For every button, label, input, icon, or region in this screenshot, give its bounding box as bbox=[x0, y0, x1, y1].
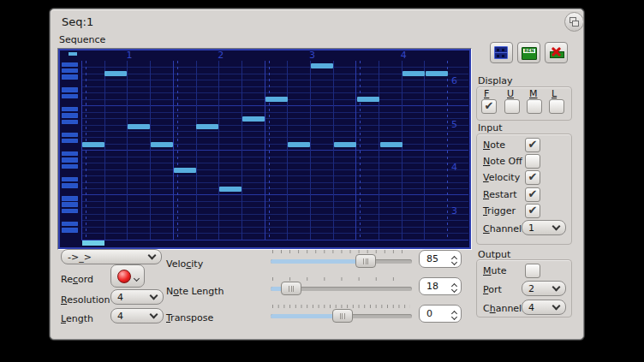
input-note-off-checkbox[interactable] bbox=[525, 154, 540, 169]
piano-key bbox=[62, 177, 78, 182]
duplicate-sequence-button[interactable] bbox=[490, 42, 513, 63]
note-bar[interactable] bbox=[242, 116, 265, 122]
piano-key bbox=[62, 164, 78, 169]
slider-handle[interactable] bbox=[355, 254, 376, 268]
note-bar[interactable] bbox=[174, 168, 196, 173]
pattern-select[interactable]: ->_> bbox=[61, 249, 162, 264]
grid-line-v bbox=[242, 61, 242, 240]
input-trigger-checkbox[interactable]: ✔ bbox=[525, 204, 540, 218]
seq-window: Seq:1 Sequence 12346543 ->_> Record Reso… bbox=[50, 9, 584, 340]
slider-handle[interactable] bbox=[332, 309, 353, 323]
display-mode-l-checkbox[interactable] bbox=[549, 99, 564, 114]
length-select[interactable]: 4 bbox=[110, 308, 164, 323]
rename-icon: REN bbox=[522, 47, 537, 60]
octave-line-h bbox=[81, 240, 468, 240]
beat-label: 2 bbox=[214, 50, 228, 61]
note-bar[interactable] bbox=[402, 71, 425, 76]
octave-label: 4 bbox=[451, 162, 463, 173]
grid-line-h bbox=[81, 118, 468, 119]
note-bar[interactable] bbox=[219, 187, 242, 192]
input-channel-select[interactable]: 1 bbox=[522, 220, 566, 235]
piano-key bbox=[62, 107, 78, 112]
piano-key bbox=[62, 183, 78, 188]
output-mute-checkbox[interactable] bbox=[525, 264, 540, 278]
rename-sequence-button[interactable]: REN bbox=[517, 42, 540, 63]
octave-line-h bbox=[81, 194, 468, 195]
slider-handle[interactable] bbox=[281, 282, 301, 295]
output-channel-label: Channel bbox=[483, 303, 522, 314]
playback-cursor bbox=[82, 240, 104, 246]
display-group-label: Display bbox=[478, 75, 513, 86]
note-length-value: 18 bbox=[426, 281, 438, 292]
note-bar[interactable] bbox=[128, 124, 150, 129]
velocity-spinbox[interactable]: 85 bbox=[419, 250, 462, 268]
record-led-icon bbox=[117, 270, 131, 283]
grid-line-h bbox=[81, 207, 468, 208]
note-bar[interactable] bbox=[311, 63, 333, 68]
note-bar[interactable] bbox=[334, 142, 356, 147]
grid-line-h bbox=[81, 169, 468, 170]
record-button[interactable] bbox=[110, 264, 145, 288]
velocity-slider[interactable] bbox=[271, 250, 412, 269]
input-velocity-checkbox[interactable]: ✔ bbox=[525, 170, 540, 185]
grid-line-v bbox=[81, 61, 82, 240]
output-port-label: Port bbox=[483, 284, 502, 295]
note-bar[interactable] bbox=[288, 142, 310, 147]
input-restart-checkbox[interactable]: ✔ bbox=[525, 187, 540, 202]
grid-line-v bbox=[86, 61, 86, 240]
grid-line-v bbox=[333, 61, 334, 240]
grid-line-v bbox=[218, 61, 219, 240]
note-length-spinbox[interactable]: 18 bbox=[419, 277, 462, 295]
transpose-slider[interactable] bbox=[271, 305, 412, 323]
note-bar[interactable] bbox=[151, 142, 173, 147]
output-port-select[interactable]: 2 bbox=[522, 281, 566, 296]
piano-key bbox=[62, 68, 78, 74]
beat-label: 4 bbox=[397, 50, 410, 61]
input-note-checkbox[interactable]: ✔ bbox=[525, 138, 540, 152]
record-label: Record bbox=[61, 274, 93, 285]
grid-line-h bbox=[81, 157, 468, 157]
resolution-select[interactable]: 4 bbox=[110, 289, 164, 305]
octave-label: 3 bbox=[451, 205, 463, 217]
grid-line-h bbox=[81, 144, 468, 145]
resolution-label: Resolution bbox=[61, 294, 110, 306]
note-length-slider[interactable] bbox=[271, 277, 412, 296]
display-mode-f-label: F bbox=[484, 88, 489, 99]
note-bar[interactable] bbox=[380, 142, 402, 147]
slider-fill bbox=[271, 259, 365, 264]
sequence-grid[interactable]: 12346543 bbox=[57, 48, 472, 250]
display-mode-m-checkbox[interactable] bbox=[527, 99, 542, 114]
length-value: 4 bbox=[117, 311, 123, 322]
chevron-down-icon bbox=[148, 252, 157, 260]
screen-background: Seq:1 Sequence 12346543 ->_> Record Reso… bbox=[0, 0, 644, 362]
delete-sequence-button[interactable] bbox=[545, 42, 568, 63]
piano-key bbox=[62, 157, 78, 163]
grid-line-h bbox=[81, 137, 468, 138]
note-bar[interactable] bbox=[265, 97, 288, 102]
restore-icon bbox=[572, 21, 579, 27]
slider-track[interactable] bbox=[271, 259, 412, 264]
display-mode-u-checkbox[interactable] bbox=[504, 99, 520, 114]
transpose-spinbox[interactable]: 0 bbox=[419, 305, 462, 323]
chevron-down-icon bbox=[150, 292, 158, 300]
beat-label: 3 bbox=[306, 50, 319, 61]
piano-key bbox=[62, 228, 78, 233]
grid-line-v bbox=[310, 61, 311, 240]
note-bar[interactable] bbox=[104, 71, 127, 76]
transpose-label: Transpose bbox=[166, 312, 213, 323]
grid-line-v bbox=[127, 61, 128, 240]
input-note-off-label: Note Off bbox=[483, 156, 522, 167]
note-bar[interactable] bbox=[196, 124, 218, 129]
output-channel-select[interactable]: 4 bbox=[522, 300, 566, 315]
note-bar[interactable] bbox=[357, 97, 379, 102]
note-bar[interactable] bbox=[426, 71, 448, 76]
chevron-down-icon bbox=[552, 283, 561, 292]
piano-key bbox=[62, 202, 78, 207]
grid-line-v bbox=[104, 61, 105, 240]
output-mute-label: Mute bbox=[483, 265, 507, 276]
float-window-button[interactable] bbox=[564, 12, 584, 32]
piano-key bbox=[62, 196, 78, 201]
display-mode-f-checkbox[interactable]: ✔ bbox=[481, 99, 497, 114]
octave-line-h bbox=[81, 105, 468, 106]
note-bar[interactable] bbox=[82, 142, 104, 147]
